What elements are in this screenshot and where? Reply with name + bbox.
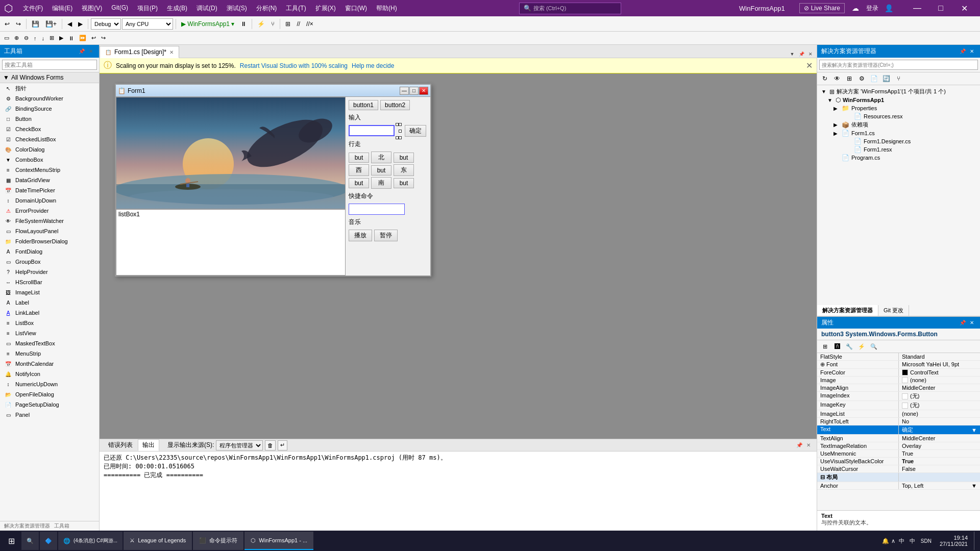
t2-btn6[interactable]: ⊞ (47, 33, 56, 43)
form1-minimize-btn[interactable]: — (400, 87, 409, 95)
toolbox-search-input[interactable] (2, 60, 97, 70)
toolbox-item-checkedlistbox[interactable]: ☑ CheckedListBox (0, 134, 99, 144)
nav-but-mid[interactable]: but (371, 165, 391, 176)
tab-list-btn[interactable]: ▼ (788, 51, 796, 58)
taskbar-ime2-icon[interactable]: 中 (908, 537, 917, 545)
toolbox-item-imagelist[interactable]: 🖼 ImageList (0, 287, 99, 297)
form1-close-btn[interactable]: ✕ (419, 87, 428, 95)
t2-btn1[interactable]: ▭ (2, 33, 11, 43)
taskbar-expand-icon[interactable]: ∧ (891, 538, 895, 544)
solution-pin-icon[interactable]: 📌 (959, 47, 967, 56)
props-imagealign-row[interactable]: ImageAlign MiddleCenter (817, 384, 980, 392)
output-clear-btn[interactable]: 🗑 (265, 440, 276, 450)
toolbar-save[interactable]: 💾 (29, 18, 42, 30)
run-btn[interactable]: ▶ WinFormsApp1 ▾ (179, 18, 237, 30)
taskbar-lol-btn[interactable]: ⚔ League of Legends (124, 532, 192, 550)
props-anchor-row[interactable]: Anchor Top, Left ▼ (817, 482, 980, 490)
props-events-btn[interactable]: ⚡ (856, 341, 867, 352)
props-image-row[interactable]: Image (none) (817, 377, 980, 384)
toolbox-item-bgworker[interactable]: ⚙ BackgroundWorker (0, 93, 99, 104)
t2-btn11[interactable]: ↪ (99, 33, 108, 43)
props-font-row[interactable]: ⊕ Font Microsoft YaHei UI, 9pt (817, 361, 980, 369)
sol-preview-btn[interactable]: 📄 (868, 73, 879, 84)
t2-btn2[interactable]: ⊕ (12, 33, 21, 43)
menu-file[interactable]: 文件(F) (19, 2, 47, 15)
output-tab[interactable]: 输出 (138, 439, 159, 451)
start-button[interactable]: ⊞ (2, 532, 20, 550)
props-pin-icon[interactable]: 📌 (959, 319, 967, 327)
sol-git-btn[interactable]: ⑂ (893, 73, 904, 84)
output-close-icon[interactable]: ✕ (804, 441, 813, 449)
form1-listbox[interactable]: listBox1 (116, 209, 346, 276)
output-wrap-btn[interactable]: ↵ (278, 440, 287, 450)
tab-pin-btn[interactable]: 📌 (797, 51, 805, 58)
debug-config-select[interactable]: Debug (91, 18, 121, 30)
show-desktop-btn[interactable] (974, 532, 978, 550)
title-search[interactable]: 🔍 搜索 (Ctrl+Q) (519, 3, 621, 14)
live-share-btn[interactable]: ⊘ Live Share (799, 3, 845, 13)
nav-north-btn[interactable]: 北 (371, 152, 391, 163)
props-anchor-dropdown-icon[interactable]: ▼ (971, 483, 977, 489)
toolbox-item-label[interactable]: A Label (0, 297, 99, 308)
output-pin-icon[interactable]: 📌 (795, 441, 803, 449)
toolbox-item-numericupdown[interactable]: ↕ NumericUpDown (0, 379, 99, 389)
taskbar-cmd-btn[interactable]: ⬛ 命令提示符 (193, 532, 243, 550)
menu-tools[interactable]: 工具(T) (282, 2, 310, 15)
sol-show-all-btn[interactable]: 👁 (831, 73, 843, 84)
menu-test[interactable]: 测试(S) (223, 2, 251, 15)
toolbox-item-menustrip[interactable]: ≡ MenuStrip (0, 348, 99, 359)
nav-but-tl[interactable]: but (349, 153, 369, 163)
t2-btn3[interactable]: ⊖ (22, 33, 31, 43)
toolbox-item-combobox[interactable]: ▼ ComboBox (0, 155, 99, 165)
maximize-btn[interactable]: □ (929, 0, 952, 16)
props-usevisual-row[interactable]: UseVisualStyleBackColor True (817, 458, 980, 465)
props-layout-group[interactable]: ⊟ 布局 (817, 473, 980, 482)
toolbar-redo[interactable]: ↪ (13, 18, 23, 30)
toolbox-item-listview[interactable]: ≡ ListView (0, 328, 99, 338)
props-imagekey-row[interactable]: ImageKey (无) (817, 401, 980, 410)
toolbox-item-checkbox[interactable]: ☑ CheckBox (0, 124, 99, 134)
props-search-btn[interactable]: 🔍 (868, 341, 879, 352)
solution-search-input[interactable] (819, 60, 978, 70)
nav-but-br[interactable]: but (394, 178, 414, 188)
nav-west-btn[interactable]: 西 (349, 164, 369, 176)
tree-project[interactable]: ▼ ⬡ WinFormsApp1 (817, 96, 980, 104)
nav-but-bl[interactable]: but (349, 178, 369, 188)
tree-programcs[interactable]: 📄 Program.cs (817, 154, 980, 162)
t2-btn8[interactable]: ⏸ (66, 33, 76, 43)
menu-debug[interactable]: 调试(D) (192, 2, 222, 15)
props-textalign-row[interactable]: TextAlign MiddleCenter (817, 435, 980, 442)
props-text-dropdown-icon[interactable]: ▼ (971, 427, 977, 433)
props-text-row[interactable]: Text 确定 ▼ (817, 425, 980, 435)
tab-form1-design[interactable]: 📋 Form1.cs [Design]* ✕ (100, 46, 179, 58)
props-usemnemonic-row[interactable]: UseMnemonic True (817, 450, 980, 458)
tree-dependencies[interactable]: ▶ 📦 依赖项 (817, 120, 980, 129)
toolbox-item-datagridview[interactable]: ▦ DataGridView (0, 175, 99, 185)
toolbox-item-fontdialog[interactable]: A FontDialog (0, 246, 99, 257)
props-props-btn[interactable]: 🔧 (844, 341, 855, 352)
menu-project[interactable]: 项目(P) (133, 2, 162, 15)
props-flatstyle-row[interactable]: FlatStyle Standard (817, 353, 980, 361)
toolbox-item-domainupdown[interactable]: ↕ DomainUpDown (0, 195, 99, 206)
toolbox-item-openfiledialog[interactable]: 📂 OpenFileDialog (0, 389, 99, 399)
toolbox-bottom-tab2[interactable]: 工具箱 (54, 522, 69, 530)
t2-btn5[interactable]: ↓ (40, 33, 47, 43)
pause-music-btn[interactable]: 暂停 (374, 230, 398, 241)
form1-maximize-btn[interactable]: □ (409, 87, 419, 95)
props-close-icon[interactable]: ✕ (968, 319, 976, 327)
tab-close-all-btn[interactable]: ✕ (806, 51, 815, 58)
props-imageindex-row[interactable]: ImageIndex (无) (817, 392, 980, 401)
toolbar-forward[interactable]: ▶ (76, 18, 85, 30)
toolbox-item-listbox[interactable]: ≡ ListBox (0, 318, 99, 328)
sol-tab-explorer[interactable]: 解决方案资源管理器 (817, 305, 878, 316)
login-btn[interactable]: 登录 (866, 4, 878, 13)
taskbar-edge-btn[interactable]: 🌐 (4条消息) C#网游... (58, 532, 122, 550)
props-category-btn[interactable]: ⊞ (819, 341, 830, 352)
props-textimagerelation-row[interactable]: TextImageRelation Overlay (817, 442, 980, 450)
menu-help[interactable]: 帮助(H) (372, 2, 401, 15)
toolbar-save-all[interactable]: 💾+ (43, 18, 59, 30)
form1-input[interactable] (349, 125, 395, 136)
tree-form1resx[interactable]: 📄 Form1.resx (817, 145, 980, 154)
props-forecolor-row[interactable]: ForeColor ControlText (817, 369, 980, 377)
pause-btn[interactable]: ⏸ (238, 18, 249, 30)
